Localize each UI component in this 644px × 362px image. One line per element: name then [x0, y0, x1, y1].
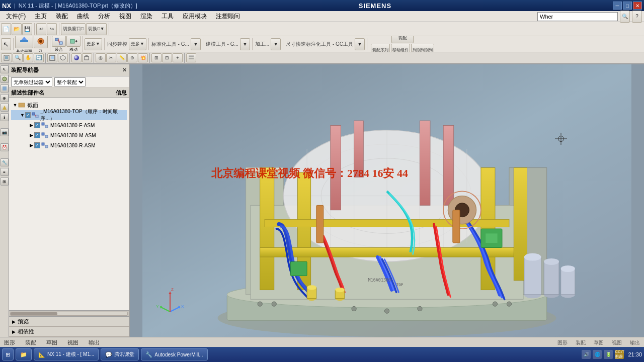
standard-more[interactable]: ▼	[191, 38, 201, 50]
switch-button[interactable]: 切换□▼	[86, 23, 106, 35]
tool-strip-10[interactable]: ≡	[1, 168, 9, 176]
menu-assembly[interactable]: 装配	[52, 11, 72, 22]
window-controls[interactable]: ─ □ ✕	[613, 2, 642, 10]
tree-node-m-asm[interactable]: ▶ ✓ M16A01380-M-ASM	[11, 130, 127, 140]
taskbar-powermill[interactable]: 🔧 Autodesk PowerMill...	[141, 348, 207, 360]
toggle-window-button[interactable]: 切换窗口□	[61, 23, 86, 35]
restore-button[interactable]: □	[623, 2, 632, 10]
filter-select-2[interactable]: 整个装配	[54, 77, 86, 86]
explode-button[interactable]: 💥	[138, 53, 148, 62]
assembly-constraint-button[interactable]	[52, 36, 66, 47]
help-button[interactable]: ?	[632, 11, 642, 23]
toggle-section[interactable]: ▼	[12, 102, 18, 108]
tool-strip-3[interactable]	[1, 84, 9, 93]
save-button[interactable]: 💾	[22, 23, 32, 35]
menu-curve[interactable]: 曲线	[73, 11, 93, 22]
menu-appmodule[interactable]: 应用模块	[179, 11, 211, 22]
tool-strip-8[interactable]: ⏰	[1, 143, 9, 151]
filter-select-1[interactable]: 无单独过滤器	[11, 77, 52, 86]
zoom-button[interactable]: 🔍	[13, 53, 23, 62]
tool-strip-9[interactable]: 🔧	[1, 158, 9, 166]
pan-button[interactable]: ✋	[23, 53, 33, 62]
tree-node-top[interactable]: ▼ ✓ _M16A01380-TOP（顺序：时间顺序...）	[11, 110, 127, 120]
toggle-top[interactable]: ▼	[20, 112, 25, 118]
tree-area[interactable]: ▼ 截面 ▼ ✓ _M16A01380-TOP（顺序：时间顺序...）	[9, 98, 129, 310]
svg-marker-15	[85, 55, 89, 56]
build-more[interactable]: ▼	[240, 38, 250, 50]
scrollbar-track[interactable]	[10, 312, 128, 316]
taskbar-explorer[interactable]: 📁	[16, 348, 32, 360]
tray-icon-2[interactable]: 🌐	[593, 350, 602, 359]
checkbox-f-asm[interactable]: ✓	[34, 122, 40, 128]
taskbar-qq[interactable]: 💬 腾讯课堂	[101, 348, 139, 360]
redo-button[interactable]: ↪	[47, 23, 57, 35]
filter-button-1[interactable]: ⊞	[151, 53, 162, 62]
tool-strip-5[interactable]	[1, 104, 9, 112]
assembly-option-1[interactable]: 装配序列	[371, 44, 390, 52]
tool-strip-2[interactable]	[1, 75, 9, 83]
tool-strip-7[interactable]: 📷	[1, 128, 9, 136]
undo-button[interactable]: ↩	[36, 23, 46, 35]
menu-tools[interactable]: 工具	[157, 11, 178, 22]
tree-node-r-asm[interactable]: ▶ ✓ M16A01380-R-ASM	[11, 140, 127, 150]
tool-strip-4[interactable]: ⊕	[1, 94, 9, 102]
preview-panel[interactable]: ▶ 预览	[9, 317, 129, 327]
layer-button[interactable]	[186, 53, 196, 62]
tray-icon-4[interactable]: CCtT图课	[615, 350, 624, 359]
assembly-option-2[interactable]: 移动组件	[391, 44, 410, 52]
fit-button[interactable]	[47, 53, 57, 62]
toggle-f-asm[interactable]: ▶	[28, 122, 34, 128]
tray-icon-3[interactable]: 🔋	[604, 350, 613, 359]
hole-button[interactable]	[34, 36, 48, 48]
sidebar-close-button[interactable]: ✕	[122, 67, 127, 73]
sync-more-button[interactable]: 更多▼	[129, 38, 146, 50]
view-3d-button[interactable]	[58, 53, 68, 62]
search-button[interactable]: 🔍	[620, 11, 630, 23]
size-more[interactable]: ▼	[355, 38, 365, 50]
more-view-button[interactable]: ◎	[96, 53, 106, 62]
menu-home[interactable]: 主页	[31, 11, 51, 22]
scrollbar-thumb[interactable]	[11, 312, 57, 315]
machining-more[interactable]: ▼	[271, 38, 281, 50]
tool-strip-1[interactable]: ↖	[1, 65, 9, 73]
new-button[interactable]: 📄	[1, 23, 11, 35]
start-button[interactable]: ⊞	[2, 348, 14, 360]
toggle-m-asm[interactable]: ▶	[28, 132, 34, 138]
tool-strip-6[interactable]: ℹ	[1, 113, 9, 121]
menu-render[interactable]: 渲染	[136, 11, 156, 22]
menu-file[interactable]: 文件(F)	[2, 11, 30, 22]
shading-button[interactable]	[71, 53, 82, 62]
view-orient-button[interactable]	[1, 53, 12, 62]
tray-icon-1[interactable]: 🔊	[582, 350, 591, 359]
extrude-button[interactable]	[15, 36, 33, 48]
menu-analysis[interactable]: 分析	[94, 11, 114, 22]
viewport[interactable]: M16A01380 TOP 北京编程课堂视频 微信号：2784 16安 44 X…	[130, 64, 644, 337]
menu-view[interactable]: 视图	[115, 11, 135, 22]
measure-button[interactable]: 📏	[117, 53, 127, 62]
start-icon: ⊞	[6, 351, 10, 358]
filter-button-2[interactable]: ⊟	[162, 53, 172, 62]
open-button[interactable]: 📂	[12, 23, 22, 35]
clip-button[interactable]: ✂	[106, 53, 116, 62]
checkbox-m-asm[interactable]: ✓	[34, 132, 40, 138]
section-button[interactable]: ⊕	[127, 53, 137, 62]
snap-button[interactable]: +	[173, 53, 183, 62]
toggle-r-asm[interactable]: ▶	[28, 142, 34, 148]
close-button[interactable]: ✕	[633, 2, 642, 10]
sidebar-scrollbar[interactable]	[9, 310, 129, 316]
minimize-button[interactable]: ─	[613, 2, 622, 10]
search-input[interactable]	[537, 12, 618, 21]
more-button-1[interactable]: 更多▼	[85, 38, 102, 50]
rotate-button[interactable]: 🔄	[34, 53, 44, 62]
move-component-button[interactable]	[66, 36, 80, 47]
tool-strip-11[interactable]: ⊞	[1, 177, 9, 186]
dependency-panel[interactable]: ▶ 相依性	[9, 327, 129, 337]
menu-injection[interactable]: 注塑顾问	[212, 11, 244, 22]
checkbox-top[interactable]: ✓	[25, 112, 31, 118]
select-button[interactable]: ↖	[1, 38, 11, 50]
checkbox-r-asm[interactable]: ✓	[34, 142, 40, 148]
taskbar-nx[interactable]: 📐 NX 11 - 建模 - [ M1...	[34, 348, 99, 360]
assembly-btn-2[interactable]: 装配	[391, 36, 414, 43]
assembly-option-3[interactable]: 列划列划列	[411, 44, 434, 52]
wireframe-button[interactable]	[82, 53, 92, 62]
